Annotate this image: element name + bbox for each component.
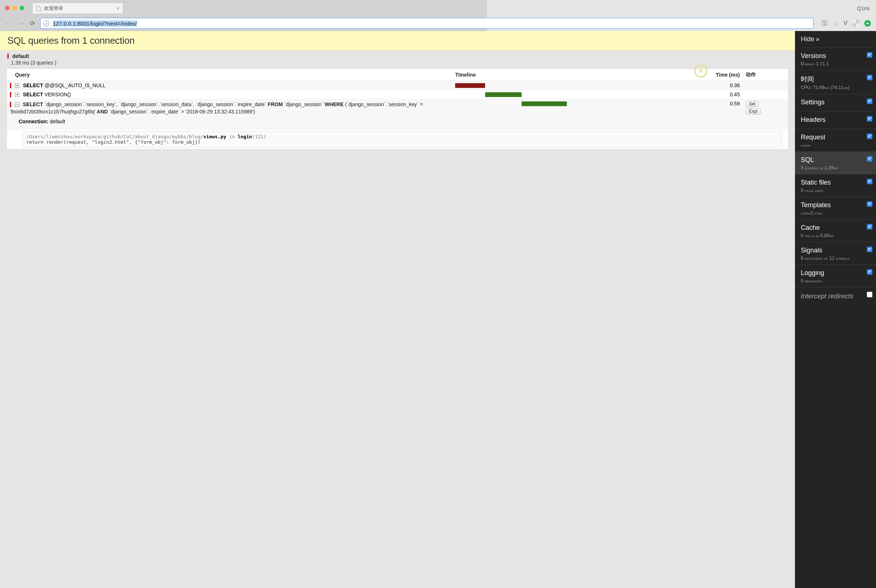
table-row: + SELECT VERSION() 0.45 [7, 90, 487, 99]
sql-text: SELECT `django_session`.`session_key`, `… [10, 101, 423, 114]
window-zoom-icon[interactable] [20, 6, 24, 10]
sql-keyword: SELECT [23, 82, 43, 88]
browser-chrome: 欢迎登录 × Q1mi ← → ⟳ i 127.0.0.1:8001/login… [0, 0, 487, 31]
hdr-timeline: Timeline [452, 69, 487, 81]
db-marker-icon [7, 54, 9, 59]
back-icon[interactable]: ← [5, 20, 12, 28]
tab-close-icon[interactable]: × [116, 5, 119, 11]
timeline-bar [485, 92, 487, 97]
timeline-cell [455, 82, 487, 88]
query-table: Query Timeline Time (ms) 动作 + SELECT @@S… [7, 69, 487, 150]
panel-title: SQL queries from 1 connection [0, 31, 487, 50]
db-marker-icon [10, 102, 11, 107]
connection-summary: default 1.39 ms (3 queries ) [0, 50, 487, 68]
db-marker-icon [10, 83, 11, 88]
traceback-row: /Users/liwenzhou/workspace/github/CoC/ab… [7, 129, 487, 149]
window-close-icon[interactable] [5, 6, 9, 10]
table-header-row: Query Timeline Time (ms) 动作 [7, 69, 487, 81]
expand-icon[interactable]: + [15, 93, 20, 97]
expand-icon[interactable]: + [15, 84, 20, 88]
url-input[interactable]: i 127.0.0.1:8001/login/?next=/index/ [40, 18, 487, 29]
window-buttons [5, 6, 24, 10]
timeline-bar [455, 83, 485, 88]
traceback-code: /Users/liwenzhou/workspace/github/CoC/ab… [22, 131, 487, 147]
table-row: + SELECT @@SQL_AUTO_IS_NULL 0.36 [7, 81, 487, 90]
browser-tab[interactable]: 欢迎登录 × [32, 3, 123, 14]
timeline-cell [455, 92, 487, 98]
hdr-query: Query [7, 69, 452, 81]
connection-stats: 1.39 ms (3 queries ) [11, 60, 487, 66]
collapse-icon[interactable]: − [15, 102, 20, 107]
detail-conn-value: default [50, 118, 65, 124]
table-row: − SELECT `django_session`.`session_key`,… [7, 99, 487, 130]
query-detail: Connection: default [10, 116, 449, 128]
reload-icon[interactable]: ⟳ [30, 20, 35, 27]
sql-keyword: SELECT [23, 92, 43, 98]
page-content: SQL queries from 1 connection × default … [0, 31, 487, 327]
tab-title: 欢迎登录 [44, 5, 63, 12]
forward-icon: → [18, 20, 25, 28]
file-icon [36, 6, 41, 11]
sql-text: @@SQL_AUTO_IS_NULL [43, 82, 105, 88]
timeline-cell [455, 100, 487, 106]
db-marker-icon [10, 92, 11, 98]
sql-text: VERSION() [43, 92, 71, 98]
window-minimize-icon[interactable] [12, 6, 17, 10]
navbar: ← → ⟳ i 127.0.0.1:8001/login/?next=/inde… [0, 16, 487, 31]
connection-name: default [12, 53, 29, 59]
site-info-icon[interactable]: i [44, 20, 49, 26]
url-path: :8001/login/?next=/index/ [76, 20, 137, 27]
detail-conn-label: Connection: [19, 118, 48, 124]
panel-title-text: SQL queries from 1 connection [7, 35, 135, 46]
url-host: 127.0.0.1 [53, 20, 76, 27]
